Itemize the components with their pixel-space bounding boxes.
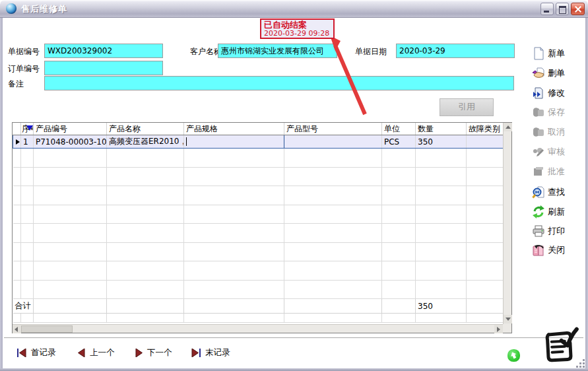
col-header-product-no[interactable]: 产品编号 bbox=[34, 123, 107, 135]
delete-doc-icon bbox=[532, 67, 545, 80]
cell-fault-type[interactable] bbox=[467, 135, 504, 149]
remark-field[interactable] bbox=[44, 76, 514, 90]
assistant-badge-button[interactable] bbox=[507, 349, 520, 362]
scroll-right-button[interactable] bbox=[494, 325, 503, 333]
cell-model[interactable] bbox=[284, 135, 382, 149]
col-header-qty[interactable]: 数量 bbox=[416, 123, 467, 135]
cancel-icon bbox=[532, 125, 545, 139]
row-selector-header bbox=[13, 123, 21, 135]
divider bbox=[4, 338, 583, 339]
maximize-button[interactable] bbox=[556, 3, 569, 15]
toolbar-cancel-button: 取消 bbox=[532, 125, 579, 139]
grid-empty-row[interactable] bbox=[13, 186, 504, 205]
remark-label: 备注 bbox=[8, 79, 24, 90]
cell-spec-editing[interactable] bbox=[184, 135, 284, 149]
total-label-cell: 合计 bbox=[13, 299, 34, 314]
toolbar-save-button: 保存 bbox=[532, 105, 579, 119]
nav-last-record[interactable]: 末记录 bbox=[191, 347, 230, 358]
toolbar-refresh-button[interactable]: 刷新 bbox=[532, 205, 579, 219]
toolbar-find-button[interactable]: 查找 bbox=[532, 185, 579, 199]
nav-next-record[interactable]: 下一个 bbox=[135, 347, 172, 358]
doc-no-field[interactable]: WXD200329002 bbox=[44, 44, 163, 58]
customer-label: 客户名称 bbox=[190, 46, 222, 57]
col-header-fault-type[interactable]: 故障类别 bbox=[467, 123, 504, 135]
nav-first-record[interactable]: 首记录 bbox=[16, 347, 56, 358]
col-header-product-name[interactable]: 产品名称 bbox=[107, 123, 184, 135]
last-record-icon bbox=[191, 349, 201, 357]
col-header-seq[interactable]: 序号 bbox=[21, 123, 34, 135]
toolbar-new-button[interactable]: 新单 bbox=[532, 46, 579, 61]
print-icon bbox=[532, 224, 545, 238]
annotation-arrow-icon bbox=[317, 33, 376, 120]
new-doc-icon bbox=[532, 47, 545, 60]
app-window: 售后维修单 已自动结案 2020-03-29 09:28 单据编号 WXD200… bbox=[0, 0, 588, 371]
grid-total-row: 合计 350 bbox=[13, 299, 504, 314]
nav-previous-record[interactable]: 上一个 bbox=[77, 347, 115, 358]
toolbar-close-button[interactable]: 关闭 bbox=[532, 243, 579, 257]
previous-record-icon bbox=[77, 349, 86, 357]
grid-empty-row[interactable] bbox=[13, 205, 504, 224]
cell-seq[interactable]: 1 bbox=[21, 135, 34, 149]
grid-empty-row[interactable] bbox=[13, 280, 504, 299]
doc-no-label: 单据编号 bbox=[8, 46, 40, 57]
window-border bbox=[585, 16, 588, 371]
edit-doc-icon bbox=[532, 86, 545, 100]
grid-empty-row[interactable] bbox=[13, 314, 504, 323]
col-header-unit[interactable]: 单位 bbox=[382, 123, 416, 135]
order-no-field[interactable] bbox=[44, 61, 163, 75]
col-header-model[interactable]: 产品型号 bbox=[284, 123, 382, 135]
scroll-down-button[interactable] bbox=[504, 315, 512, 323]
cell-product-name[interactable]: 高频变压器ER2010， bbox=[107, 135, 184, 149]
close-button[interactable] bbox=[571, 3, 585, 15]
toolbar-modify-button[interactable]: 修改 bbox=[532, 86, 579, 100]
search-icon bbox=[532, 186, 545, 199]
save-icon bbox=[532, 106, 545, 119]
toolbar-audit-button: 审核 bbox=[532, 145, 579, 159]
total-qty-cell: 350 bbox=[416, 299, 467, 314]
detail-grid-table: 序号 产品编号 产品名称 产品规格 产品型号 单位 数量 故障类别 1 P71 bbox=[13, 123, 503, 323]
grid-empty-row[interactable] bbox=[13, 167, 504, 186]
window-title: 售后维修单 bbox=[21, 3, 67, 15]
first-record-icon bbox=[16, 349, 27, 357]
approve-icon bbox=[532, 165, 545, 178]
hscroll-thumb[interactable] bbox=[21, 325, 73, 333]
title-bar[interactable]: 售后维修单 bbox=[0, 0, 588, 18]
next-record-icon bbox=[135, 349, 143, 357]
status-stamp: 已自动结案 2020-03-29 09:28 bbox=[260, 18, 335, 39]
text-caret bbox=[186, 137, 187, 146]
cell-product-no[interactable]: P71048-00003-10 bbox=[34, 135, 107, 149]
scroll-left-button[interactable] bbox=[13, 325, 21, 333]
grid-empty-row[interactable] bbox=[13, 224, 504, 243]
grid-row-selected[interactable]: 1 P71048-00003-10 高频变压器ER2010， PCS 350 bbox=[13, 135, 504, 149]
col-header-spec[interactable]: 产品规格 bbox=[184, 123, 284, 135]
thumb-arrow-icon bbox=[507, 349, 520, 362]
refresh-icon bbox=[532, 205, 545, 219]
minimize-button[interactable] bbox=[540, 3, 554, 15]
grid-empty-row[interactable] bbox=[13, 149, 504, 168]
app-logo bbox=[540, 325, 581, 364]
grid-header-row: 序号 产品编号 产品名称 产品规格 产品型号 单位 数量 故障类别 bbox=[13, 123, 504, 135]
cell-qty[interactable]: 350 bbox=[416, 135, 467, 149]
row-selector-cell[interactable] bbox=[13, 135, 21, 149]
detail-grid: 序号 产品编号 产品名称 产品规格 产品型号 单位 数量 故障类别 1 P71 bbox=[12, 122, 512, 333]
window-border bbox=[0, 368, 588, 371]
scrollbar-corner bbox=[503, 324, 511, 333]
order-no-label: 订单编号 bbox=[8, 63, 40, 75]
close-doc-icon bbox=[532, 244, 545, 257]
vertical-scrollbar[interactable] bbox=[503, 123, 511, 324]
cell-unit[interactable]: PCS bbox=[382, 135, 416, 149]
toolbar-print-button[interactable]: 打印 bbox=[532, 224, 579, 238]
toolbar-approve-button: 批准 bbox=[532, 164, 579, 179]
resize-grip[interactable] bbox=[575, 358, 585, 368]
toolbar-delete-button[interactable]: 删单 bbox=[532, 66, 579, 81]
grid-empty-row[interactable] bbox=[13, 242, 504, 261]
scroll-up-button[interactable] bbox=[504, 123, 512, 131]
quote-button[interactable]: 引用 bbox=[440, 98, 494, 116]
stamp-status-text: 已自动结案 bbox=[264, 20, 331, 30]
app-globe-icon bbox=[6, 3, 16, 14]
grid-empty-row[interactable] bbox=[13, 261, 504, 281]
doc-date-field[interactable]: 2020-03-29 bbox=[396, 44, 515, 58]
sort-desc-icon bbox=[26, 125, 33, 131]
horizontal-scrollbar[interactable] bbox=[13, 324, 503, 333]
current-row-icon bbox=[16, 139, 20, 145]
